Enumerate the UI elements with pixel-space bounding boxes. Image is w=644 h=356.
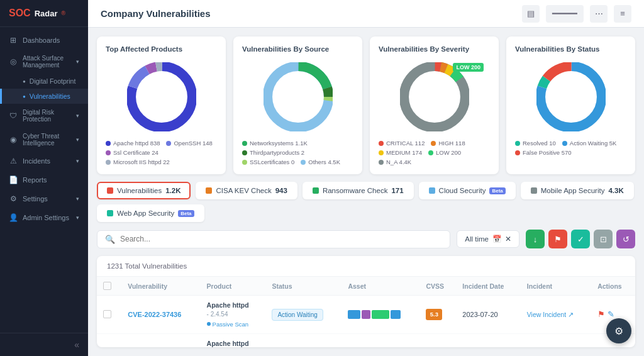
sidebar-item-reports[interactable]: 📄 Reports: [0, 170, 88, 189]
filter-tab-vulnerabilities[interactable]: Vulnerabilities 1.2K: [97, 182, 191, 199]
topbar-list-icon[interactable]: ≡: [614, 5, 631, 23]
sidebar-item-vulnerabilities[interactable]: ● Vulnerabilities: [0, 89, 88, 104]
chart-title: Vulnerabilities By Status: [515, 45, 626, 53]
row-checkbox-cell: [97, 296, 121, 334]
collapse-icon[interactable]: «: [74, 340, 79, 350]
sidebar-item-label: Attack Surface Management: [23, 55, 71, 69]
date-filter[interactable]: All time 📅 ✕: [457, 230, 519, 248]
filter-tab-web-app[interactable]: Web App Security Beta: [97, 204, 204, 222]
product-name: Apache httpd: [207, 339, 260, 347]
chart-legend: Apache httpd 838 OpenSSH 148 Ssl Certifi…: [106, 140, 217, 165]
legend-dot: [515, 150, 520, 155]
tab-label: Mobile App Security: [541, 187, 605, 194]
table-header-row: Vulnerability Product Status Asset CVSS …: [97, 277, 635, 296]
chart-vuln-by-source: Vulnerabilities By Source Networksystems…: [233, 36, 362, 174]
beta-badge: Beta: [489, 187, 505, 194]
chart-top-affected-products: Top Affected Products Apache httpd 838 O…: [97, 36, 226, 174]
fab-icon: ⚙: [614, 325, 623, 337]
asset-bar: [391, 310, 401, 319]
legend-dot: [562, 141, 567, 146]
cve-link[interactable]: CVE-2022-37436: [128, 311, 181, 318]
legend-dot: [515, 141, 520, 146]
check-button[interactable]: ✓: [571, 230, 590, 248]
refresh-button[interactable]: ↺: [616, 230, 635, 248]
beta-badge: Beta: [178, 210, 194, 217]
sidebar-item-incidents[interactable]: ⚠ Incidents ▾: [0, 152, 88, 170]
download-button[interactable]: ↓: [526, 230, 545, 248]
product-info: Apache httpd - 2.4.54 Passive Scan: [207, 339, 260, 347]
sidebar-collapse-btn[interactable]: «: [0, 333, 88, 356]
search-input[interactable]: [120, 235, 442, 243]
tab-label: Ransomware Check: [323, 187, 388, 194]
sidebar-item-settings[interactable]: ⚙ Settings ▾: [0, 189, 88, 208]
cve-cell: CVE-2023-27522: [121, 333, 200, 347]
row-checkbox-cell: [97, 333, 121, 347]
action-buttons: ↓ ⚑ ✓ ⊡ ↺: [526, 230, 635, 248]
filter-tab-cisa-kev[interactable]: CISA KEV Check 943: [196, 182, 297, 199]
status-badge: Action Waiting: [272, 309, 323, 321]
asset-bar: [372, 310, 389, 319]
sidebar: SOCRadar ® ⊞ Dashboards ◎ Attack Surface…: [0, 0, 88, 356]
filter-tab-mobile-app[interactable]: Mobile App Security 4.3K: [521, 182, 634, 199]
tab-count: 171: [391, 187, 403, 194]
topbar-more-icon[interactable]: ⋯: [590, 5, 608, 23]
tab-count: 1.2K: [165, 187, 180, 194]
chevron-icon: ▾: [76, 214, 79, 221]
topbar-menu-icon[interactable]: ━━━━━: [546, 5, 584, 23]
sidebar-item-cyber-threat[interactable]: ◉ Cyber Threat Intelligence ▾: [0, 128, 88, 152]
digital-risk-icon: 🛡: [9, 111, 18, 120]
filter-tab-ransomware[interactable]: Ransomware Check 171: [303, 182, 414, 199]
cve-cell: CVE-2022-37436: [121, 296, 200, 334]
donut-chart: [400, 62, 469, 131]
topbar-grid-icon[interactable]: ▤: [522, 5, 540, 23]
tab-dot: [429, 187, 435, 194]
edit-action-btn[interactable]: ✎: [608, 309, 614, 319]
admin-icon: 👤: [9, 213, 18, 222]
legend-item: Apache httpd 838: [106, 140, 160, 147]
legend-item: False Positive 570: [515, 149, 572, 156]
col-checkbox: [97, 277, 121, 296]
svg-point-4: [140, 75, 182, 118]
sidebar-item-admin[interactable]: 👤 Admin Settings ▾: [0, 208, 88, 227]
search-box[interactable]: 🔍: [97, 230, 450, 248]
vulnerability-table-section: 1231 Total Vulnerabilities Vulnerability…: [97, 256, 635, 347]
row-checkbox[interactable]: [103, 310, 111, 318]
tab-dot: [206, 187, 212, 194]
tab-dot: [313, 187, 319, 194]
topbar: Company Vulnerabilities ▤ ━━━━━ ⋯ ≡: [88, 0, 644, 28]
sidebar-item-attack-surface[interactable]: ◎ Attack Surface Management ▾: [0, 50, 88, 74]
donut-chart: [536, 62, 606, 131]
attack-surface-icon: ◎: [9, 57, 18, 66]
flag-action-btn[interactable]: ⚑: [597, 309, 605, 319]
sidebar-item-dashboards[interactable]: ⊞ Dashboards: [0, 31, 88, 50]
tab-label: CISA KEV Check: [216, 187, 271, 194]
legend-item: LOW 200: [428, 149, 461, 156]
legend-dot: [301, 160, 306, 165]
low-badge: LOW 200: [453, 63, 484, 72]
filter-tab-cloud-security[interactable]: Cloud Security Beta: [419, 182, 516, 199]
legend-item: Action Waiting 5K: [562, 140, 617, 147]
archive-button[interactable]: ⊡: [594, 230, 613, 248]
donut-chart: [127, 62, 196, 131]
view-incident-link[interactable]: View Incident ↗: [527, 311, 585, 318]
clear-date-icon[interactable]: ✕: [505, 235, 511, 243]
sidebar-item-digital-footprint[interactable]: ● Digital Footprint: [0, 74, 88, 89]
fab-button[interactable]: ⚙: [606, 318, 631, 343]
svg-point-15: [413, 75, 455, 118]
legend-dot: [106, 150, 111, 155]
asset-bars: [348, 310, 413, 319]
sidebar-item-label: Settings: [23, 195, 48, 203]
legend-item: Ssl Certificate 24: [106, 149, 158, 156]
product-info: Apache httpd - 2.4.54 Passive Scan: [207, 301, 260, 328]
sidebar-item-digital-risk[interactable]: 🛡 Digital Risk Protection ▾: [0, 104, 88, 128]
chevron-icon: ▾: [76, 113, 79, 119]
logo-trademark: ®: [62, 10, 66, 16]
col-cvss: CVSS: [419, 277, 456, 296]
scan-badge: Passive Scan: [207, 320, 260, 328]
vulnerability-table: Vulnerability Product Status Asset CVSS …: [97, 277, 635, 347]
chevron-icon: ▾: [76, 58, 79, 65]
cvss-badge: 5.3: [426, 309, 442, 320]
flag-button[interactable]: ⚑: [548, 230, 567, 248]
select-all-checkbox[interactable]: [103, 282, 111, 290]
dot-icon: ●: [23, 79, 26, 84]
